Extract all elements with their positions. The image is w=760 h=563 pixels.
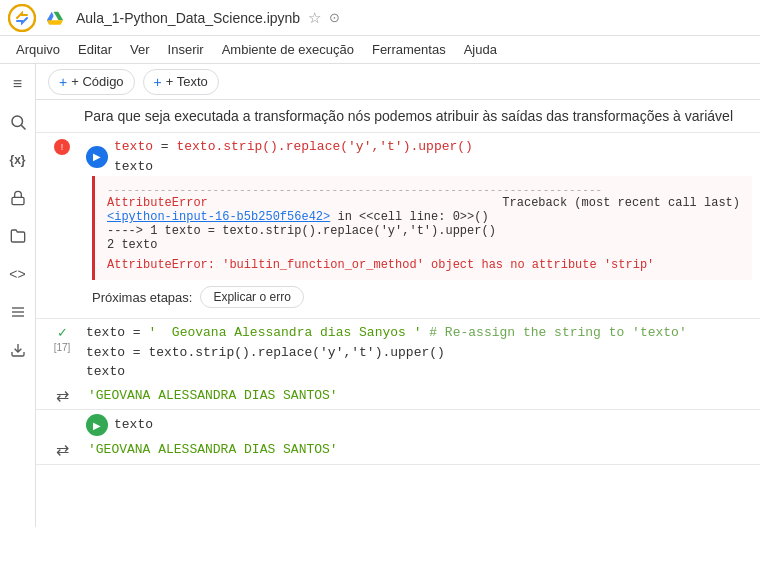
output-string-texto: 'GEOVANA ALESSANDRA DIAS SANTOS' bbox=[88, 440, 752, 460]
cell-number-17: [17] bbox=[54, 342, 71, 353]
output-row-texto: ⇄ 'GEOVANA ALESSANDRA DIAS SANTOS' bbox=[44, 440, 752, 460]
error-title: AttributeError bbox=[107, 196, 208, 210]
sidebar-icon-files[interactable] bbox=[6, 224, 30, 248]
next-steps-label: Próximas etapas: bbox=[92, 290, 192, 305]
text-cell-content: Para que seja executada a transformação … bbox=[84, 108, 733, 124]
code-cell-row: ! ▶ texto = texto.strip().replace('y','t… bbox=[44, 137, 752, 176]
add-code-label: + Código bbox=[71, 74, 123, 89]
code-line-17-3: texto bbox=[86, 362, 752, 382]
text-cell-1: Para que seja executada a transformação … bbox=[36, 100, 760, 133]
code-cell-inner: ▶ texto = texto.strip().replace('y','t')… bbox=[86, 137, 752, 176]
menu-ambiente[interactable]: Ambiente de execução bbox=[214, 40, 362, 59]
code-run-row-texto: ▶ texto bbox=[86, 414, 752, 436]
code-content-texto: texto bbox=[114, 415, 752, 435]
code-line-texto: texto bbox=[114, 415, 752, 435]
menu-bar: Arquivo Editar Ver Inserir Ambiente de e… bbox=[0, 36, 760, 64]
menu-ferramentas[interactable]: Ferramentas bbox=[364, 40, 454, 59]
notebook-content: + + Código + + Texto Para que seja execu… bbox=[36, 64, 760, 527]
menu-arquivo[interactable]: Arquivo bbox=[8, 40, 68, 59]
error-warning-icon: ! bbox=[54, 139, 70, 155]
star-icon[interactable]: ☆ bbox=[308, 9, 321, 27]
sidebar-icon-code[interactable]: <> bbox=[6, 262, 30, 286]
notebook-toolbar: + + Código + + Texto bbox=[36, 64, 760, 100]
code-cell-texto-row: ▶ texto bbox=[44, 414, 752, 436]
plus-text-icon: + bbox=[154, 74, 162, 90]
colab-logo bbox=[8, 4, 36, 32]
code-line-17-2: texto = texto.strip().replace('y','t').u… bbox=[86, 343, 752, 363]
error-link-row: <ipython-input-16-b5b250f56e42> in <<cel… bbox=[107, 210, 740, 224]
error-line2: 2 texto bbox=[107, 238, 740, 252]
error-in-text: in <<cell line: 0>>() bbox=[337, 210, 488, 224]
cloud-icon: ⊙ bbox=[329, 10, 340, 25]
traceback-label: Traceback (most recent call last) bbox=[502, 196, 740, 210]
error-title-row: AttributeError Traceback (most recent ca… bbox=[107, 196, 740, 210]
sidebar-icon-download[interactable] bbox=[6, 338, 30, 362]
cell-gutter-17: ✓ [17] bbox=[44, 323, 80, 353]
explain-error-button[interactable]: Explicar o erro bbox=[200, 286, 303, 308]
code-line-1: texto = texto.strip().replace('y','t').u… bbox=[114, 137, 752, 157]
code-cell-texto: ▶ texto ⇄ 'GEOVANA ALESSANDRA DIAS SANTO… bbox=[36, 410, 760, 465]
menu-ajuda[interactable]: Ajuda bbox=[456, 40, 505, 59]
output-content-texto: 'GEOVANA ALESSANDRA DIAS SANTOS' bbox=[88, 440, 752, 460]
code-cell-texto-inner: ▶ texto bbox=[86, 414, 752, 436]
next-steps: Próximas etapas: Explicar o erro bbox=[92, 280, 752, 314]
run-button-texto[interactable]: ▶ bbox=[86, 414, 108, 436]
run-button-error[interactable]: ▶ bbox=[86, 146, 108, 168]
output-content-17: 'GEOVANA ALESSANDRA DIAS SANTOS' bbox=[88, 386, 752, 406]
error-separator: ----------------------------------------… bbox=[107, 184, 740, 196]
file-title: Aula_1-Python_Data_Science.ipynb bbox=[76, 10, 300, 26]
svg-line-2 bbox=[21, 125, 25, 129]
code-content-17: texto = ' Geovana Alessandra dias Sanyos… bbox=[86, 323, 752, 382]
code-content-error: texto = texto.strip().replace('y','t').u… bbox=[114, 137, 752, 176]
cell-gutter-texto bbox=[44, 414, 80, 416]
code-cell-17-inner: texto = ' Geovana Alessandra dias Sanyos… bbox=[86, 323, 752, 382]
code-line-17-1: texto = ' Geovana Alessandra dias Sanyos… bbox=[86, 323, 752, 343]
svg-point-1 bbox=[12, 116, 23, 127]
sidebar-icon-secrets[interactable] bbox=[6, 186, 30, 210]
drive-icon bbox=[46, 9, 64, 27]
code-line-2: texto bbox=[114, 157, 752, 177]
output-icon-17: ⇄ bbox=[44, 386, 80, 405]
top-bar: Aula_1-Python_Data_Science.ipynb ☆ ⊙ bbox=[0, 0, 760, 36]
code-cell-error: ! ▶ texto = texto.strip().replace('y','t… bbox=[36, 133, 760, 319]
output-row-17: ⇄ 'GEOVANA ALESSANDRA DIAS SANTOS' bbox=[44, 386, 752, 406]
sidebar: ≡ {x} <> bbox=[0, 64, 36, 527]
sidebar-icon-variables[interactable]: {x} bbox=[6, 148, 30, 172]
output-string-17: 'GEOVANA ALESSANDRA DIAS SANTOS' bbox=[88, 386, 752, 406]
menu-inserir[interactable]: Inserir bbox=[160, 40, 212, 59]
svg-point-0 bbox=[9, 5, 35, 31]
error-output: ----------------------------------------… bbox=[92, 176, 752, 280]
error-arrow-line: ----> 1 texto = texto.strip().replace('y… bbox=[107, 224, 740, 238]
cell-gutter-error: ! bbox=[44, 137, 80, 155]
sidebar-icon-toc[interactable] bbox=[6, 300, 30, 324]
error-ipython-link[interactable]: <ipython-input-16-b5b250f56e42> bbox=[107, 210, 330, 224]
logo-area bbox=[8, 4, 36, 32]
menu-editar[interactable]: Editar bbox=[70, 40, 120, 59]
code-cell-17-row: ✓ [17] texto = ' Geovana Alessandra dias… bbox=[44, 323, 752, 382]
sidebar-icon-menu[interactable]: ≡ bbox=[6, 72, 30, 96]
menu-ver[interactable]: Ver bbox=[122, 40, 158, 59]
add-text-button[interactable]: + + Texto bbox=[143, 69, 219, 95]
check-icon-17: ✓ bbox=[57, 325, 68, 340]
code-run-row: ▶ texto = texto.strip().replace('y','t')… bbox=[86, 137, 752, 176]
main-layout: ≡ {x} <> bbox=[0, 64, 760, 527]
error-message: AttributeError: 'builtin_function_or_met… bbox=[107, 258, 654, 272]
output-icon-texto: ⇄ bbox=[44, 440, 80, 459]
svg-rect-3 bbox=[12, 197, 24, 204]
add-code-button[interactable]: + + Código bbox=[48, 69, 135, 95]
transfer-icon-17: ⇄ bbox=[56, 386, 69, 405]
add-text-label: + Texto bbox=[166, 74, 208, 89]
error-message-row: AttributeError: 'builtin_function_or_met… bbox=[107, 258, 740, 272]
transfer-icon-texto: ⇄ bbox=[56, 440, 69, 459]
sidebar-icon-search[interactable] bbox=[6, 110, 30, 134]
plus-code-icon: + bbox=[59, 74, 67, 90]
code-cell-17: ✓ [17] texto = ' Geovana Alessandra dias… bbox=[36, 319, 760, 410]
